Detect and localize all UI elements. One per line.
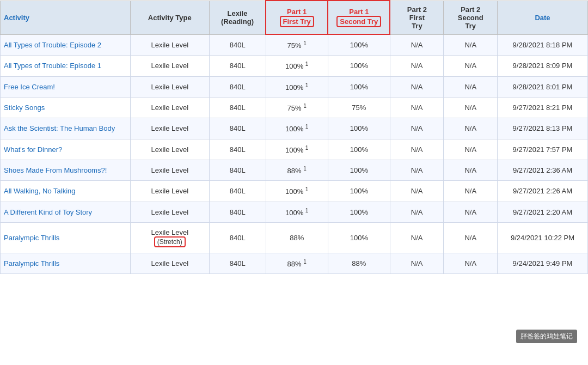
lexile-cell: 840L — [209, 222, 266, 253]
p1-first-cell: 100% 1 — [266, 56, 328, 76]
lexile-cell: 840L — [209, 97, 266, 118]
p1-second-cell: 100% — [328, 202, 390, 222]
activity-link[interactable]: Sticky Songs — [4, 104, 45, 112]
p1-second-cell: 100% — [328, 222, 390, 253]
p2-second-cell: N/A — [444, 139, 498, 160]
p1-second-sub: Second Try — [336, 16, 381, 27]
activity-sort-link[interactable]: Activity — [4, 14, 29, 22]
activity-cell: What's for Dinner? — [1, 139, 131, 160]
activity-header[interactable]: Activity — [1, 1, 131, 34]
date-sort-link[interactable]: Date — [535, 14, 550, 22]
activity-cell: Paralympic Thrills — [1, 253, 131, 273]
activity-link[interactable]: A Different Kind of Toy Story — [4, 208, 92, 216]
p2-first-cell: N/A — [390, 56, 444, 76]
p1-first-cell: 100% 1 — [266, 202, 328, 222]
p1-second-cell: 100% — [328, 76, 390, 97]
footnote-sup: 1 — [305, 82, 309, 88]
table-header-row: Activity Activity Type Lexile(Reading) P… — [1, 1, 588, 34]
lexile-header: Lexile(Reading) — [209, 1, 266, 34]
type-cell: Lexile Level — [130, 76, 209, 97]
type-cell: Lexile Level — [130, 253, 209, 273]
p2-second-cell: N/A — [444, 181, 498, 202]
activity-link[interactable]: All Types of Trouble: Episode 2 — [4, 41, 101, 49]
p2-second-cell: N/A — [444, 97, 498, 118]
p2-first-cell: N/A — [390, 34, 444, 56]
p2-second-cell: N/A — [444, 160, 498, 180]
type-cell: Lexile Level — [130, 118, 209, 139]
footnote-sup: 1 — [305, 186, 309, 192]
p1-second-header: Part 1 Second Try — [328, 1, 390, 34]
activity-type-header: Activity Type — [130, 1, 209, 34]
type-cell: Lexile Level — [130, 139, 209, 160]
date-cell: 9/28/2021 8:01 PM — [498, 76, 588, 97]
p1-first-header: Part 1 First Try — [266, 1, 328, 34]
p1-first-cell: 100% 1 — [266, 181, 328, 202]
p2-first-cell: N/A — [390, 160, 444, 180]
p1-first-cell: 75% 1 — [266, 34, 328, 56]
lexile-cell: 840L — [209, 118, 266, 139]
type-line1: Lexile Level — [151, 228, 188, 236]
activity-cell: A Different Kind of Toy Story — [1, 202, 131, 222]
table-row: Ask the Scientist: The Human BodyLexile … — [1, 118, 588, 139]
table-row: Paralympic ThrillsLexile Level840L88% 18… — [1, 253, 588, 273]
p2-second-cell: N/A — [444, 253, 498, 273]
activity-cell: Ask the Scientist: The Human Body — [1, 118, 131, 139]
footnote-sup: 1 — [305, 145, 309, 151]
type-cell: Lexile Level — [130, 160, 209, 180]
p1-second-cell: 100% — [328, 118, 390, 139]
p1-second-cell: 100% — [328, 34, 390, 56]
p2-second-header: Part 2SecondTry — [444, 1, 498, 34]
p2-second-cell: N/A — [444, 76, 498, 97]
p1-first-cell: 100% 1 — [266, 118, 328, 139]
activity-link[interactable]: All Walking, No Talking — [4, 187, 76, 195]
activity-link[interactable]: What's for Dinner? — [4, 145, 62, 154]
activity-cell: Shoes Made From Mushrooms?! — [1, 160, 131, 180]
date-cell: 9/27/2021 8:21 PM — [498, 97, 588, 118]
lexile-cell: 840L — [209, 34, 266, 56]
lexile-cell: 840L — [209, 253, 266, 273]
activity-link[interactable]: Paralympic Thrills — [4, 234, 59, 242]
activity-link[interactable]: Ask the Scientist: The Human Body — [4, 124, 115, 132]
type-cell: Lexile Level — [130, 202, 209, 222]
date-cell: 9/27/2021 8:13 PM — [498, 118, 588, 139]
table-row: All Walking, No TalkingLexile Level840L1… — [1, 181, 588, 202]
footnote-sup: 1 — [305, 124, 309, 130]
activity-link[interactable]: Paralympic Thrills — [4, 259, 59, 267]
footnote-sup: 1 — [303, 166, 307, 172]
lexile-cell: 840L — [209, 181, 266, 202]
p1-second-cell: 100% — [328, 160, 390, 180]
p2-first-cell: N/A — [390, 181, 444, 202]
date-cell: 9/28/2021 8:18 PM — [498, 34, 588, 56]
p1-first-cell: 100% 1 — [266, 139, 328, 160]
table-row: What's for Dinner?Lexile Level840L100% 1… — [1, 139, 588, 160]
p2-first-cell: N/A — [390, 253, 444, 273]
footnote-sup: 1 — [303, 259, 307, 265]
type-cell: Lexile Level — [130, 97, 209, 118]
footnote-sup: 1 — [303, 103, 307, 109]
activity-link[interactable]: Shoes Made From Mushrooms?! — [4, 166, 107, 174]
activity-cell: All Walking, No Talking — [1, 181, 131, 202]
p2-second-cell: N/A — [444, 34, 498, 56]
footnote-sup: 1 — [305, 208, 309, 214]
lexile-cell: 840L — [209, 76, 266, 97]
date-cell: 9/27/2021 2:20 AM — [498, 202, 588, 222]
p2-second-cell: N/A — [444, 118, 498, 139]
p1-second-cell: 75% — [328, 97, 390, 118]
p1-second-cell: 100% — [328, 181, 390, 202]
date-cell: 9/28/2021 8:09 PM — [498, 56, 588, 76]
p1-first-sub: First Try — [280, 16, 314, 27]
lexile-cell: 840L — [209, 160, 266, 180]
p2-first-cell: N/A — [390, 76, 444, 97]
date-header[interactable]: Date — [498, 1, 588, 34]
activity-table: Activity Activity Type Lexile(Reading) P… — [0, 0, 588, 274]
p2-second-cell: N/A — [444, 202, 498, 222]
lexile-cell: 840L — [209, 202, 266, 222]
p1-first-cell: 88% — [266, 222, 328, 253]
activity-cell: Paralympic Thrills — [1, 222, 131, 253]
type-cell: Lexile Level — [130, 181, 209, 202]
activity-link[interactable]: Free Ice Cream! — [4, 83, 55, 91]
p1-first-cell: 88% 1 — [266, 253, 328, 273]
p1-first-cell: 100% 1 — [266, 76, 328, 97]
activity-link[interactable]: All Types of Trouble: Episode 1 — [4, 62, 101, 70]
p2-first-header: Part 2FirstTry — [390, 1, 444, 34]
